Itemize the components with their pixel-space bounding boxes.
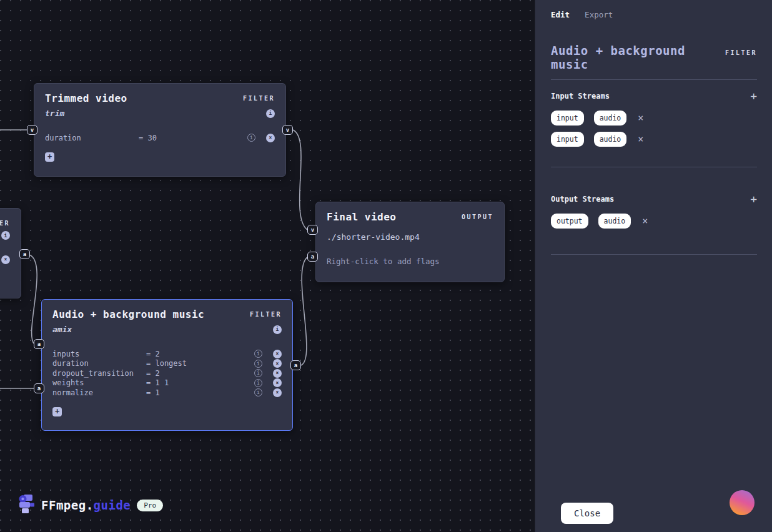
filter-graph-canvas[interactable]: FILTER i i × Trimmed video FILTER: [0, 0, 535, 532]
tab-export[interactable]: Export: [585, 10, 613, 19]
divider: [551, 167, 757, 167]
stream-source-chip[interactable]: input: [551, 132, 584, 147]
divider: [551, 79, 757, 80]
brand-wordmark: FFmpeg.guide: [41, 498, 131, 512]
input-streams-header: Input Streams +: [551, 91, 757, 101]
remove-stream-icon[interactable]: ×: [641, 215, 649, 227]
port-audio-in-amix-1[interactable]: a: [34, 339, 44, 349]
panel-type-label: FILTER: [725, 49, 757, 56]
port-audio-in-amix-2[interactable]: a: [34, 383, 44, 393]
add-input-stream-button[interactable]: +: [750, 91, 757, 101]
pro-badge: Pro: [137, 500, 163, 511]
ffmpeg-guide-app: FILTER i i × Trimmed video FILTER: [0, 0, 772, 532]
output-stream-row: output audio ×: [551, 214, 649, 229]
stream-type-chip[interactable]: audio: [594, 111, 627, 126]
input-stream-row: input audio ×: [551, 132, 645, 147]
add-output-stream-button[interactable]: +: [750, 194, 757, 204]
user-avatar[interactable]: [730, 490, 755, 515]
stream-source-chip[interactable]: input: [551, 111, 584, 126]
panel-title: Audio + background music: [551, 44, 725, 71]
port-video-out-trimmed[interactable]: v: [282, 125, 293, 135]
input-stream-row: input audio ×: [551, 111, 645, 126]
remove-stream-icon[interactable]: ×: [636, 134, 645, 145]
panel-title-row: Audio + background music FILTER: [551, 44, 757, 71]
wire-clipped-to-amix: [29, 255, 37, 344]
connection-wires: [0, 0, 535, 532]
stream-type-chip[interactable]: audio: [598, 214, 631, 229]
port-video-in-trimmed[interactable]: v: [27, 125, 37, 135]
port-video-in-final[interactable]: v: [307, 225, 318, 235]
stream-type-chip[interactable]: audio: [594, 132, 627, 147]
output-streams-title: Output Streams: [551, 195, 614, 204]
port-audio-out-amix[interactable]: a: [290, 360, 301, 370]
edit-panel: Edit Export Audio + background music FIL…: [535, 0, 772, 532]
close-button[interactable]: Close: [561, 503, 613, 524]
output-streams-header: Output Streams +: [551, 194, 757, 204]
stream-source-chip[interactable]: output: [551, 214, 588, 229]
port-audio-in-final[interactable]: a: [307, 252, 318, 262]
port-audio-out-clipped[interactable]: a: [19, 249, 30, 259]
tab-edit[interactable]: Edit: [551, 10, 570, 19]
panel-menu: Edit Export: [551, 10, 613, 19]
divider: [551, 254, 757, 255]
input-streams-title: Input Streams: [551, 92, 610, 101]
brand-logo[interactable]: FFmpeg.guide Pro: [18, 494, 163, 516]
camera-logo-icon: [18, 494, 35, 516]
remove-stream-icon[interactable]: ×: [636, 112, 645, 124]
wire-amix-to-final-audio: [301, 257, 307, 365]
wire-trimmed-to-final-video: [293, 130, 307, 230]
